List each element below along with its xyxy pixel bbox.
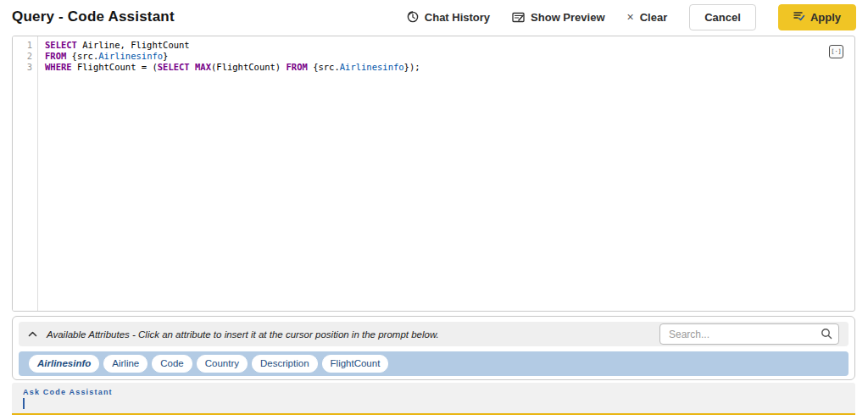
header-actions: Chat History Show Preview × Clear Cancel… bbox=[407, 4, 856, 30]
code-line[interactable]: 1SELECT Airline, FlightCount bbox=[13, 40, 854, 51]
cancel-button[interactable]: Cancel bbox=[689, 4, 756, 30]
x-mark-icon: × bbox=[627, 11, 634, 23]
apply-label: Apply bbox=[810, 11, 841, 24]
attributes-header-bar: Available Attributes - Click an attribut… bbox=[19, 322, 849, 346]
code-lines: 1SELECT Airline, FlightCount2FROM {src.A… bbox=[13, 36, 854, 73]
clear-button[interactable]: × Clear bbox=[627, 11, 668, 24]
show-preview-button[interactable]: Show Preview bbox=[512, 11, 604, 24]
checklist-check-icon bbox=[793, 11, 805, 24]
attribute-chip-description[interactable]: Description bbox=[252, 355, 318, 372]
page-title: Query - Code Assistant bbox=[12, 8, 175, 25]
search-input[interactable] bbox=[659, 323, 839, 345]
history-clock-icon bbox=[407, 11, 419, 23]
chat-history-label: Chat History bbox=[425, 11, 490, 24]
document-preview-icon bbox=[512, 12, 525, 23]
code-line-text: SELECT Airline, FlightCount bbox=[38, 40, 190, 51]
attribute-search bbox=[659, 323, 839, 345]
header-bar: Query - Code Assistant Chat History Show… bbox=[0, 0, 868, 34]
show-preview-label: Show Preview bbox=[531, 11, 604, 24]
brackets-box-icon[interactable]: [·] bbox=[829, 45, 843, 58]
prompt-label: Ask Code Assistant bbox=[12, 383, 855, 396]
line-number: 1 bbox=[13, 40, 38, 51]
line-number: 3 bbox=[13, 62, 38, 73]
table-chip-airlinesinfo[interactable]: Airlinesinfo bbox=[29, 355, 99, 372]
code-line-text: WHERE FlightCount = (SELECT MAX(FlightCo… bbox=[38, 62, 420, 73]
cancel-label: Cancel bbox=[704, 11, 741, 24]
code-line-text: FROM {src.Airlinesinfo} bbox=[38, 51, 168, 62]
attribute-chip-country[interactable]: Country bbox=[197, 355, 248, 372]
available-attributes-panel: Available Attributes - Click an attribut… bbox=[12, 316, 855, 380]
line-number: 2 bbox=[13, 51, 38, 62]
code-line[interactable]: 3WHERE FlightCount = (SELECT MAX(FlightC… bbox=[13, 62, 854, 73]
chat-history-button[interactable]: Chat History bbox=[407, 11, 490, 24]
attribute-chip-band: AirlinesinfoAirlineCodeCountryDescriptio… bbox=[19, 351, 849, 376]
collapse-chevron-up-icon[interactable] bbox=[28, 331, 37, 337]
attribute-chip-code[interactable]: Code bbox=[152, 355, 192, 372]
attributes-instruction: Available Attributes - Click an attribut… bbox=[47, 329, 439, 340]
code-assistant-dialog: Query - Code Assistant Chat History Show… bbox=[0, 0, 868, 420]
sql-code-editor[interactable]: 1SELECT Airline, FlightCount2FROM {src.A… bbox=[12, 36, 855, 312]
text-cursor bbox=[23, 398, 25, 409]
ask-code-assistant-field[interactable]: Ask Code Assistant bbox=[12, 383, 855, 415]
apply-button[interactable]: Apply bbox=[778, 4, 856, 30]
attribute-chip-airline[interactable]: Airline bbox=[103, 355, 147, 372]
attribute-chip-flightcount[interactable]: FlightCount bbox=[322, 355, 389, 372]
line-number-gutter bbox=[13, 36, 38, 311]
clear-label: Clear bbox=[640, 11, 668, 24]
code-line[interactable]: 2FROM {src.Airlinesinfo} bbox=[13, 51, 854, 62]
